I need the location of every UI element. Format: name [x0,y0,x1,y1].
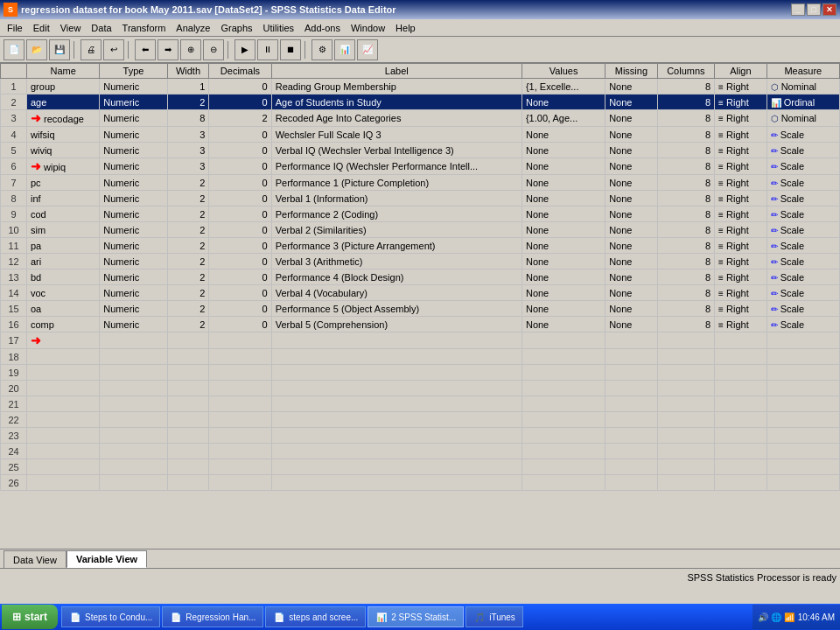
cell-values-11[interactable]: None [522,238,605,254]
table-row[interactable]: 12 ari Numeric 2 0 Verbal 3 (Arithmetic)… [1,254,840,270]
cell-columns-8[interactable]: 8 [657,191,714,206]
cell-measure-2[interactable]: 📊 Ordinal [766,94,839,110]
cell-measure-16[interactable]: ✏ Scale [766,317,839,332]
cell-decimals-1[interactable]: 0 [209,79,271,94]
cell-type-2[interactable]: Numeric [100,94,167,110]
cell-decimals-13[interactable]: 0 [209,270,271,285]
cell-align-10[interactable]: ≡ Right [715,222,767,238]
empty-name-26[interactable] [27,475,100,491]
cell-align-6[interactable]: ≡ Right [715,158,767,175]
cell-align-7[interactable]: ≡ Right [715,175,767,191]
header-label[interactable]: Label [271,64,522,79]
cell-columns-1[interactable]: 8 [657,79,714,94]
print-btn[interactable]: 🖨 [80,39,102,60]
save-btn[interactable]: 💾 [49,39,70,60]
taskbar-item-3[interactable]: 📊 2 SPSS Statist... [368,606,464,627]
cell-name-1[interactable]: group [27,79,100,94]
table-row[interactable]: 6 ➜ wipiq Numeric 3 0 Performance IQ (We… [1,158,840,175]
cell-type-11[interactable]: Numeric [100,238,167,254]
menu-window[interactable]: Window [346,21,390,35]
tab-data-view[interactable]: Data View [4,550,66,568]
header-values[interactable]: Values [522,64,605,79]
cell-name-11[interactable]: pa [27,238,100,254]
menu-analyze[interactable]: Analyze [171,21,215,35]
empty-name-24[interactable] [27,444,100,459]
cell-missing-16[interactable]: None [606,317,658,332]
menu-utilities[interactable]: Utilities [258,21,299,35]
taskbar-item-1[interactable]: 📄 Regression Han... [162,606,263,627]
cell-width-14[interactable]: 2 [167,285,209,301]
cell-columns-4[interactable]: 8 [657,127,714,143]
cell-decimals-10[interactable]: 0 [209,222,271,238]
table-row[interactable]: 2 age Numeric 2 0 Age of Students in Stu… [1,94,840,110]
cell-columns-15[interactable]: 8 [657,301,714,317]
cell-measure-12[interactable]: ✏ Scale [766,254,839,270]
table-row[interactable]: 10 sim Numeric 2 0 Verbal 2 (Similaritie… [1,222,840,238]
cell-name-14[interactable]: voc [27,285,100,301]
cell-type-6[interactable]: Numeric [100,158,167,175]
menu-data[interactable]: Data [86,21,116,35]
cell-type-1[interactable]: Numeric [100,79,167,94]
cell-width-9[interactable]: 2 [167,206,209,222]
toolbar-btn-5[interactable]: ⊕ [180,39,201,60]
cell-missing-7[interactable]: None [606,175,658,191]
cell-name-10[interactable]: sim [27,222,100,238]
new-btn[interactable]: 📄 [4,39,24,60]
header-type[interactable]: Type [100,64,167,79]
table-row[interactable]: 11 pa Numeric 2 0 Performance 3 (Picture… [1,238,840,254]
table-row[interactable]: 8 inf Numeric 2 0 Verbal 1 (Information)… [1,191,840,206]
toolbar-btn-7[interactable]: ▶ [234,39,256,60]
taskbar-item-2[interactable]: 📄 steps and scree... [265,606,366,627]
toolbar-btn-3[interactable]: ⬅ [135,39,156,60]
cell-values-14[interactable]: None [522,285,605,301]
cell-columns-16[interactable]: 8 [657,317,714,332]
cell-type-16[interactable]: Numeric [100,317,167,332]
cell-width-11[interactable]: 2 [167,238,209,254]
cell-align-16[interactable]: ≡ Right [715,317,767,332]
empty-name-17[interactable]: ➜ [27,332,100,349]
cell-width-12[interactable]: 2 [167,254,209,270]
menu-file[interactable]: File [2,21,28,35]
cell-type-10[interactable]: Numeric [100,222,167,238]
cell-type-13[interactable]: Numeric [100,270,167,285]
cell-measure-15[interactable]: ✏ Scale [766,301,839,317]
cell-columns-11[interactable]: 8 [657,238,714,254]
cell-name-16[interactable]: comp [27,317,100,332]
cell-type-3[interactable]: Numeric [100,110,167,127]
cell-align-2[interactable]: ≡ Right [715,94,767,110]
cell-measure-11[interactable]: ✏ Scale [766,238,839,254]
cell-type-8[interactable]: Numeric [100,191,167,206]
cell-decimals-5[interactable]: 0 [209,143,271,158]
cell-columns-9[interactable]: 8 [657,206,714,222]
cell-missing-2[interactable]: None [606,94,658,110]
cell-width-2[interactable]: 2 [167,94,209,110]
toolbar-btn-11[interactable]: 📊 [334,39,355,60]
toolbar-btn-4[interactable]: ➡ [158,39,178,60]
cell-values-13[interactable]: None [522,270,605,285]
header-decimals[interactable]: Decimals [209,64,271,79]
toolbar-btn-2[interactable]: ↩ [103,39,124,60]
toolbar-btn-10[interactable]: ⚙ [312,39,332,60]
cell-name-8[interactable]: inf [27,191,100,206]
cell-align-12[interactable]: ≡ Right [715,254,767,270]
cell-missing-12[interactable]: None [606,254,658,270]
cell-label-14[interactable]: Verbal 4 (Vocabulary) [271,285,522,301]
cell-align-4[interactable]: ≡ Right [715,127,767,143]
table-row[interactable]: 7 pc Numeric 2 0 Performance 1 (Picture … [1,175,840,191]
cell-name-9[interactable]: cod [27,206,100,222]
cell-align-13[interactable]: ≡ Right [715,270,767,285]
cell-missing-6[interactable]: None [606,158,658,175]
toolbar-btn-6[interactable]: ⊖ [203,39,224,60]
cell-name-2[interactable]: age [27,94,100,110]
cell-width-13[interactable]: 2 [167,270,209,285]
cell-values-7[interactable]: None [522,175,605,191]
cell-width-8[interactable]: 2 [167,191,209,206]
table-row[interactable]: 15 oa Numeric 2 0 Performance 5 (Object … [1,301,840,317]
cell-name-7[interactable]: pc [27,175,100,191]
table-row[interactable]: 16 comp Numeric 2 0 Verbal 5 (Comprehens… [1,317,840,332]
cell-measure-7[interactable]: ✏ Scale [766,175,839,191]
cell-values-1[interactable]: {1, Excelle... [522,79,605,94]
cell-decimals-7[interactable]: 0 [209,175,271,191]
table-row[interactable]: 14 voc Numeric 2 0 Verbal 4 (Vocabulary)… [1,285,840,301]
cell-align-11[interactable]: ≡ Right [715,238,767,254]
